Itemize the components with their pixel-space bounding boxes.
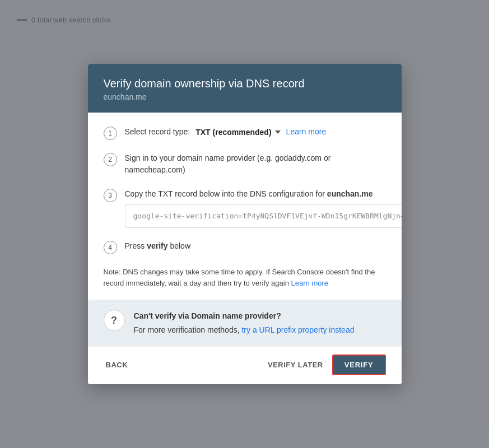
step-1-content: Select record type: TXT (recommended) Le… (125, 126, 386, 138)
step-4-row: 4 Press verify below (104, 240, 386, 254)
step-4-prefix: Press (125, 241, 147, 250)
modal-subtitle: eunchan.me (104, 92, 386, 101)
step-1-row: 1 Select record type: TXT (recommended) … (104, 126, 386, 140)
url-prefix-link[interactable]: try a URL prefix property instead (241, 325, 354, 334)
step-3-circle: 3 (104, 189, 117, 202)
alt-verify-prefix: For more verification methods, (134, 325, 242, 334)
select-record-label: Select record type: (125, 126, 190, 138)
step-4-content: Press verify below (125, 240, 386, 252)
verify-button[interactable]: VERIFY (332, 354, 386, 375)
modal-title: Verify domain ownership via DNS record (104, 77, 386, 90)
note-text: Note: DNS changes may take some time to … (104, 268, 375, 288)
record-type-value: TXT (recommended) (195, 128, 271, 137)
record-type-dropdown[interactable]: TXT (recommended) (195, 128, 280, 137)
step-1-circle: 1 (104, 127, 117, 140)
modal-overlay: Verify domain ownership via DNS record e… (0, 0, 489, 448)
dropdown-arrow-icon (275, 130, 281, 134)
step-3-row: 3 Copy the TXT record below into the DNS… (104, 188, 386, 228)
step-2-row: 2 Sign in to your domain name provider (… (104, 152, 386, 176)
record-type-row: Select record type: TXT (recommended) Le… (125, 126, 386, 138)
txt-record-value: google-site-verification=tP4yNQSlDVF1VEj… (125, 205, 402, 227)
txt-record-box: google-site-verification=tP4yNQSlDVF1VEj… (125, 204, 402, 228)
note-section: Note: DNS changes may take some time to … (104, 267, 386, 290)
alt-verify-text: Can't verify via Domain name provider? F… (134, 310, 355, 336)
step-4-circle: 4 (104, 241, 117, 254)
step-4-verify-word: verify (147, 241, 167, 250)
step-4-suffix: below (168, 241, 190, 250)
modal-header: Verify domain ownership via DNS record e… (88, 64, 402, 113)
modal-footer: BACK VERIFY LATER VERIFY (88, 346, 402, 384)
step-2-circle: 2 (104, 153, 117, 166)
step-3-text-prefix: Copy the TXT record below into the DNS c… (125, 189, 327, 198)
modal-dialog: Verify domain ownership via DNS record e… (88, 64, 402, 384)
step-2-content: Sign in to your domain name provider (e.… (125, 152, 386, 176)
step-3-domain: eunchan.me (327, 189, 373, 198)
verify-later-button[interactable]: VERIFY LATER (266, 356, 325, 374)
alt-verify-box: ? Can't verify via Domain name provider?… (88, 300, 402, 346)
modal-body: 1 Select record type: TXT (recommended) … (88, 113, 402, 346)
back-button[interactable]: BACK (104, 356, 131, 374)
alt-verify-title: Can't verify via Domain name provider? (134, 310, 355, 322)
step-3-content: Copy the TXT record below into the DNS c… (125, 188, 402, 228)
footer-right: VERIFY LATER VERIFY (266, 354, 385, 375)
note-learn-more-link[interactable]: Learn more (291, 279, 328, 287)
step-2-text: Sign in to your domain name provider (e.… (125, 153, 331, 174)
question-mark-icon: ? (104, 310, 125, 331)
step-1-learn-more-link[interactable]: Learn more (286, 126, 327, 138)
